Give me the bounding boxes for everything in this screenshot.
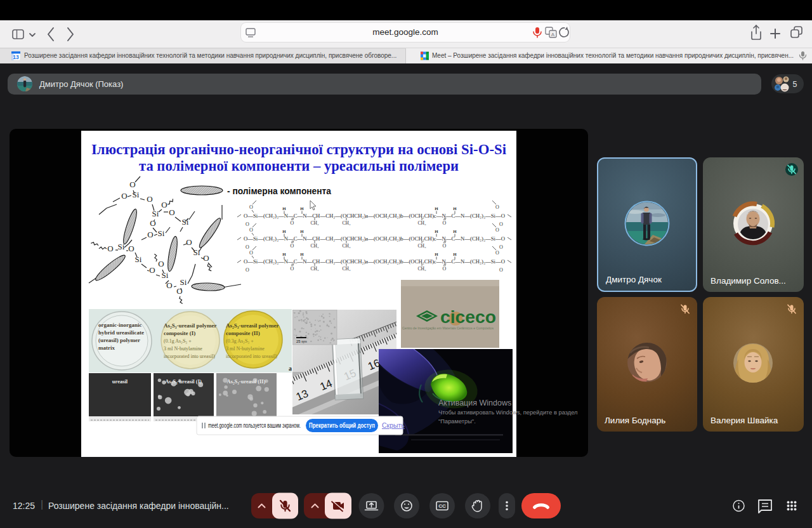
svg-text:CH₃: CH₃	[417, 243, 426, 249]
svg-text:O: O	[291, 266, 294, 272]
svg-text:O: O	[246, 244, 249, 250]
svg-text:O: O	[495, 227, 499, 233]
svg-text:Si: Si	[135, 254, 142, 264]
svg-text:matrix: matrix	[98, 345, 115, 351]
svg-text:Прекратить общий доступ: Прекратить общий доступ	[309, 422, 375, 429]
svg-text:incorporated into ureasil): incorporated into ureasil)	[164, 353, 215, 359]
svg-text:H: H	[435, 252, 438, 257]
svg-text:Centro de Investigação em Mate: Centro de Investigação em Materiais Cerâ…	[402, 327, 494, 330]
svg-text:- полімерна компонента: - полімерна компонента	[227, 185, 332, 196]
svg-text:CH₃: CH₃	[310, 243, 318, 249]
svg-text:O: O	[129, 180, 135, 189]
svg-text:O: O	[499, 267, 503, 273]
svg-text:O: O	[186, 237, 192, 247]
svg-text:As₂S₃-ureasil polymer: As₂S₃-ureasil polymer	[226, 322, 278, 329]
svg-text:CH₃: CH₃	[342, 220, 350, 226]
svg-text:O: O	[246, 267, 249, 273]
svg-text:hybrid ureasilicate: hybrid ureasilicate	[98, 329, 144, 336]
svg-text:O: O	[147, 194, 152, 204]
svg-text:O: O	[499, 221, 503, 227]
svg-text:O: O	[246, 221, 249, 227]
svg-text:O: O	[169, 208, 174, 217]
svg-text:3 ml N-butylamine: 3 ml N-butylamine	[226, 346, 265, 352]
svg-text:incorporated into ureasil): incorporated into ureasil)	[226, 353, 277, 359]
svg-text:O—Si—(CH₂)₃—N—C—N—CH—CH₂—(OCHC: O—Si—(CH₂)₃—N—C—N—CH—CH₂—(OCHCH₂)a—(OCH₂…	[244, 213, 505, 219]
svg-text:CH₃: CH₃	[417, 220, 426, 226]
svg-text:O: O	[495, 204, 499, 210]
svg-text:O: O	[203, 253, 209, 263]
svg-text:O: O	[443, 220, 447, 226]
svg-text:O: O	[499, 244, 503, 250]
svg-text:ureasil: ureasil	[112, 378, 128, 385]
svg-text:O: O	[495, 250, 499, 256]
svg-text:O—Si—(CH₂)₃—N—C—N—CH—CH₂—(OCHC: O—Si—(CH₂)₃—N—C—N—CH—CH₂—(OCHCH₂)a—(OCH₂…	[244, 259, 505, 265]
svg-text:5: 5	[793, 80, 797, 89]
svg-text:13: 13	[13, 54, 19, 60]
svg-text:CH₃: CH₃	[310, 220, 318, 226]
svg-text:Si: Si	[158, 228, 165, 238]
svg-text:O: O	[176, 286, 182, 296]
svg-text:O: O	[128, 244, 134, 253]
svg-text:CH₃: CH₃	[342, 266, 350, 272]
svg-text:H: H	[282, 206, 286, 211]
svg-text:organic-inorganic: organic-inorganic	[98, 322, 142, 328]
svg-text:As₂S₃-ureasil polymer: As₂S₃-ureasil polymer	[164, 322, 216, 329]
svg-text:O: O	[443, 243, 447, 249]
svg-text:H: H	[435, 229, 438, 234]
svg-text:O: O	[249, 227, 253, 233]
svg-text:H: H	[435, 206, 438, 211]
svg-text:H: H	[282, 229, 286, 234]
svg-text:Si: Si	[193, 248, 200, 257]
svg-text:Скрыть: Скрыть	[382, 421, 405, 429]
svg-text:O: O	[443, 266, 447, 272]
svg-text:O: O	[249, 204, 253, 210]
svg-text:H: H	[453, 206, 457, 211]
svg-text:composite (I): composite (I)	[164, 330, 195, 336]
svg-text:O: O	[249, 250, 253, 256]
svg-text:25 nm: 25 nm	[296, 340, 307, 343]
svg-text:CH₃: CH₃	[342, 243, 350, 249]
svg-text:3 ml N-butylamine: 3 ml N-butylamine	[164, 346, 202, 352]
svg-text:O: O	[158, 259, 164, 268]
svg-text:(ureasil) polymer: (ureasil) polymer	[98, 337, 140, 343]
svg-text:As₂S₃-ureasil (II): As₂S₃-ureasil (II)	[227, 378, 266, 385]
svg-text:ciceco: ciceco	[440, 308, 496, 327]
svg-text:CH₃: CH₃	[417, 266, 426, 272]
svg-text:H: H	[300, 229, 304, 234]
svg-text:CH₃: CH₃	[310, 266, 318, 272]
svg-text:meet.google.com пользуется ваш: meet.google.com пользуется вашим экраном…	[208, 421, 301, 429]
svg-text:O: O	[291, 220, 294, 226]
svg-text:(0.3g As₂S₃ +: (0.3g As₂S₃ +	[226, 338, 254, 344]
svg-text:A: A	[551, 32, 555, 37]
svg-text:H: H	[300, 206, 304, 211]
svg-text:H: H	[282, 252, 286, 257]
svg-text:(0.1g As₂S₃ +: (0.1g As₂S₃ +	[164, 338, 192, 344]
svg-text:O: O	[149, 265, 155, 275]
svg-text:Si: Si	[162, 270, 169, 280]
svg-text:та полімерної компоненти – уре: та полімерної компоненти – уреасильні по…	[139, 158, 459, 174]
svg-text:H: H	[300, 252, 304, 257]
svg-text:O: O	[291, 243, 294, 249]
svg-text:a: a	[289, 365, 292, 372]
svg-text:H: H	[453, 229, 457, 234]
svg-text:H: H	[453, 252, 457, 257]
svg-text:O: O	[147, 230, 153, 239]
svg-text:Si: Si	[152, 209, 159, 218]
svg-text:O—Si—(CH₂)₃—N—C—N—CH—CH₂—(OCHC: O—Si—(CH₂)₃—N—C—N—CH—CH₂—(OCHCH₂)a—(OCH₂…	[244, 236, 505, 242]
svg-text:composite (II): composite (II)	[226, 330, 260, 336]
svg-text:O: O	[121, 191, 127, 201]
svg-text:Ілюстрація органічно-неорганіч: Ілюстрація органічно-неорганічної структ…	[91, 142, 507, 157]
svg-text:As₂S₃-ureasil (I): As₂S₃-ureasil (I)	[165, 378, 202, 385]
svg-text:O: O	[107, 244, 113, 253]
svg-text:CC: CC	[438, 503, 446, 509]
svg-text:O: O	[161, 200, 167, 209]
svg-text:Si: Si	[180, 277, 187, 287]
